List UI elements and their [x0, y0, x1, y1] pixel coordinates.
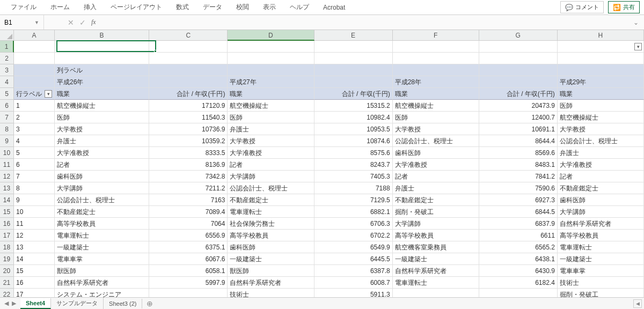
row-header-20[interactable]: 20 — [0, 265, 14, 277]
cell[interactable]: 不動産鑑定士 — [558, 182, 644, 194]
cell[interactable]: 6702.2 — [314, 230, 393, 241]
cell[interactable]: 記者 — [393, 171, 479, 182]
cell[interactable]: 公認会計士、税理士 — [55, 194, 149, 206]
cell[interactable] — [149, 53, 228, 64]
col-header-E[interactable]: E — [314, 30, 393, 41]
cell[interactable]: 8136.9 — [149, 159, 228, 171]
cell[interactable]: 4 — [14, 135, 55, 147]
cell[interactable] — [14, 64, 55, 76]
cell[interactable]: 大学教授 — [393, 123, 479, 135]
cell[interactable]: 獣医師 — [55, 265, 149, 277]
col-header-B[interactable]: B — [55, 30, 149, 41]
cell[interactable]: 10953.5 — [314, 123, 393, 135]
menu-tab-データ[interactable]: データ — [196, 1, 229, 14]
menu-tab-acrobat[interactable]: Acrobat — [317, 2, 352, 13]
cell[interactable]: 5997.9 — [149, 277, 228, 289]
menu-tab-ファイル[interactable]: ファイル — [4, 1, 43, 14]
cell[interactable]: 自然科学系研究者 — [228, 277, 314, 289]
cell[interactable]: 6549.9 — [314, 241, 393, 253]
cell[interactable]: 弁護士 — [228, 123, 314, 135]
cell[interactable]: 記者 — [228, 159, 314, 171]
cell[interactable]: 2 — [14, 112, 55, 123]
cell[interactable]: 公認会計士、税理士 — [228, 182, 314, 194]
row-header-19[interactable]: 19 — [0, 253, 14, 265]
cell[interactable]: 6706.3 — [314, 218, 393, 230]
cell[interactable]: 記者 — [55, 159, 149, 171]
cell[interactable]: 公認会計士、税理士 — [393, 135, 479, 147]
cell[interactable]: 6556.9 — [149, 230, 228, 241]
cell[interactable]: 8483.1 — [479, 159, 558, 171]
cell[interactable]: 弁護士 — [393, 182, 479, 194]
cell[interactable]: 6927.3 — [479, 194, 558, 206]
cell[interactable]: 獣医師 — [228, 265, 314, 277]
cell[interactable] — [479, 53, 558, 64]
cell[interactable] — [14, 53, 55, 64]
cell[interactable]: 平成29年 — [558, 76, 644, 88]
name-box-dropdown-icon[interactable]: ▼ — [31, 20, 42, 25]
col-header-G[interactable]: G — [479, 30, 558, 41]
cell[interactable]: 7211.2 — [149, 182, 228, 194]
cell[interactable]: 歯科医師 — [55, 171, 149, 182]
cell[interactable]: 大学教授 — [55, 123, 149, 135]
cell[interactable]: 平成27年 — [228, 76, 314, 88]
cell[interactable]: 不動産鑑定士 — [228, 194, 314, 206]
cell[interactable]: 電車車掌 — [55, 253, 149, 265]
cell[interactable] — [149, 41, 228, 53]
cell[interactable] — [228, 64, 314, 76]
select-all-corner[interactable] — [0, 30, 14, 41]
cell[interactable]: 航空機客室乗務員 — [393, 241, 479, 253]
cell[interactable]: 合計 / 年収(千円) — [314, 88, 393, 100]
cell[interactable]: 11540.3 — [149, 112, 228, 123]
cell[interactable]: 16 — [14, 277, 55, 289]
row-header-3[interactable]: 3 — [0, 64, 14, 76]
cell[interactable]: 14 — [14, 253, 55, 265]
cell[interactable]: 10874.6 — [314, 135, 393, 147]
cell[interactable]: 7188 — [314, 182, 393, 194]
row-header-12[interactable]: 12 — [0, 171, 14, 182]
cell[interactable]: 平成28年 — [393, 76, 479, 88]
fx-icon[interactable]: fx — [91, 18, 96, 26]
col-header-C[interactable]: C — [149, 30, 228, 41]
cell[interactable] — [558, 64, 644, 76]
cell[interactable] — [393, 53, 479, 64]
cell[interactable]: 7 — [14, 171, 55, 182]
cell[interactable]: 自然科学系研究者 — [393, 265, 479, 277]
cell[interactable] — [149, 64, 228, 76]
spreadsheet-grid[interactable]: ABCDEFGH 1234567891011121314151617181920… — [0, 30, 644, 297]
cell[interactable]: 5911.3 — [314, 289, 393, 297]
menu-tab-ページレイアウト[interactable]: ページレイアウト — [104, 1, 169, 14]
cell[interactable]: 8575.6 — [314, 147, 393, 159]
cell[interactable] — [393, 41, 479, 53]
cell[interactable]: 大学准教授 — [55, 147, 149, 159]
cell[interactable]: 自然科学系研究者 — [558, 218, 644, 230]
cell[interactable]: 15 — [14, 265, 55, 277]
cell[interactable]: 9 — [14, 194, 55, 206]
cell[interactable] — [55, 41, 149, 53]
col-header-H[interactable]: H — [558, 30, 644, 41]
cell[interactable]: 自然科学系研究者 — [55, 277, 149, 289]
row-header-1[interactable]: 1 — [0, 41, 14, 53]
cell[interactable]: 職業 — [55, 88, 149, 100]
cancel-icon[interactable]: ✕ — [68, 18, 74, 27]
sheet-tab[interactable]: Sheet4 — [20, 298, 51, 309]
cell[interactable] — [149, 76, 228, 88]
cell[interactable]: 8333.5 — [149, 147, 228, 159]
cell[interactable]: 記者 — [558, 171, 644, 182]
cell[interactable] — [393, 289, 479, 297]
cell[interactable]: 大学講師 — [393, 218, 479, 230]
cell[interactable]: 7129.5 — [314, 194, 393, 206]
cell[interactable]: 航空機操縦士 — [55, 100, 149, 112]
cell[interactable]: 8644.4 — [479, 135, 558, 147]
formula-input[interactable] — [104, 15, 628, 30]
cell[interactable]: 技術士 — [558, 277, 644, 289]
pivot-row-dropdown-icon[interactable]: ▾ — [45, 90, 52, 98]
menu-tab-ホーム[interactable]: ホーム — [44, 1, 76, 14]
menu-tab-校閲[interactable]: 校閲 — [230, 1, 255, 14]
cell[interactable]: 掘削・発破工 — [393, 206, 479, 218]
cell[interactable]: 一級建築士 — [393, 253, 479, 265]
cell[interactable]: 6882.1 — [314, 206, 393, 218]
cell[interactable]: 6067.6 — [149, 253, 228, 265]
cell[interactable] — [479, 41, 558, 53]
row-header-2[interactable]: 2 — [0, 53, 14, 64]
cell[interactable]: 大学教授 — [228, 135, 314, 147]
